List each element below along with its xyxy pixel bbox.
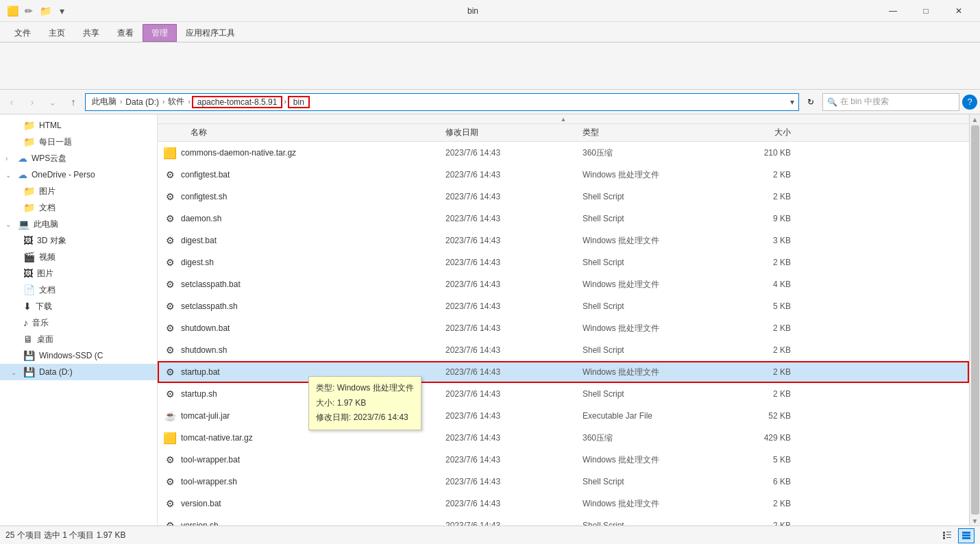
status-text: 25 个项目 选中 1 个项目 1.97 KB	[5, 530, 125, 541]
addr-thispc[interactable]: 此电脑	[90, 95, 119, 108]
right-scrollbar[interactable]: ▲ ▼	[969, 114, 980, 526]
sidebar-item-music[interactable]: ♪ 音乐	[0, 314, 157, 331]
table-row[interactable]: ⚙ tool-wrapper.sh 2023/7/6 14:43 Shell S…	[158, 471, 969, 493]
scroll-up-btn[interactable]: ▲	[970, 114, 980, 124]
sidebar-item-3dobj[interactable]: 🖼 3D 对象	[0, 232, 157, 249]
list-view-btn[interactable]	[958, 528, 975, 543]
help-button[interactable]: ?	[962, 95, 977, 110]
file-tooltip: 类型: Windows 批处理文件 大小: 1.97 KB 修改日期: 2023…	[308, 376, 421, 430]
table-row-startup-bat[interactable]: ⚙ startup.bat 2023/7/6 14:43 Windows 批处理…	[158, 361, 969, 383]
address-box[interactable]: 此电脑 › Data (D:) › 软件 › apache-tomcat-8.5…	[85, 93, 799, 111]
sidebar-item-winc[interactable]: 💾 Windows-SSD (C	[0, 347, 157, 364]
scroll-thumb[interactable]	[971, 125, 979, 515]
col-header-date[interactable]: 修改日期	[445, 127, 583, 138]
table-row[interactable]: ⚙ shutdown.sh 2023/7/6 14:43 Shell Scrip…	[158, 339, 969, 361]
drive-c-icon: 💾	[23, 350, 35, 361]
table-row[interactable]: 🟨 tomcat-native.tar.gz 2023/7/6 14:43 36…	[158, 427, 969, 449]
sidebar-item-thispc[interactable]: ⌄ 💻 此电脑	[0, 216, 157, 232]
sidebar-item-pictures-od[interactable]: 📁 图片	[0, 183, 157, 199]
search-placeholder: 在 bin 中搜索	[840, 96, 889, 108]
back-button[interactable]: ‹	[3, 93, 21, 111]
title-bar: 🟨 ✏ 📁 ▾ bin — □ ✕	[0, 0, 980, 22]
table-row[interactable]: ⚙ setclasspath.sh 2023/7/6 14:43 Shell S…	[158, 295, 969, 317]
minimize-button[interactable]: —	[877, 0, 909, 22]
sidebar-item-wps[interactable]: › ☁ WPS云盘	[0, 150, 157, 166]
svg-rect-4	[943, 537, 945, 539]
refresh-button[interactable]: ↻	[802, 93, 820, 111]
svg-rect-0	[943, 532, 945, 534]
sh-icon: ⚙	[163, 519, 177, 526]
table-row[interactable]: ⚙ digest.sh 2023/7/6 14:43 Shell Script …	[158, 251, 969, 273]
sidebar-label: Data (D:)	[39, 367, 73, 377]
pictures-icon: 🖼	[23, 268, 33, 279]
scroll-down-btn[interactable]: ▼	[970, 516, 980, 526]
file-name: ⚙ setclasspath.bat	[158, 277, 445, 291]
address-dropdown-icon[interactable]: ▾	[790, 97, 794, 107]
sh-icon: ⚙	[163, 190, 177, 203]
col-header-type[interactable]: 类型	[583, 127, 733, 138]
svg-rect-5	[946, 537, 951, 538]
sidebar-item-video[interactable]: 🎬 视频	[0, 249, 157, 265]
table-row[interactable]: ☕ tomcat-juli.jar 2023/7/6 14:43 Executa…	[158, 405, 969, 427]
tab-app-tools[interactable]: 应用程序工具	[177, 24, 244, 42]
file-list: 🟨 commons-daemon-native.tar.gz 2023/7/6 …	[158, 142, 969, 526]
tab-share[interactable]: 共享	[74, 24, 108, 42]
table-row[interactable]: ⚙ version.bat 2023/7/6 14:43 Windows 批处理…	[158, 493, 969, 515]
up-chevron-button[interactable]: ⌄	[44, 93, 62, 111]
sh-icon: ⚙	[163, 343, 177, 357]
table-row[interactable]: ⚙ configtest.bat 2023/7/6 14:43 Windows …	[158, 164, 969, 186]
up-button[interactable]: ↑	[64, 93, 82, 111]
tab-file[interactable]: 文件	[5, 24, 40, 42]
addr-software[interactable]: 软件	[166, 95, 186, 108]
table-row[interactable]: ⚙ tool-wrapper.bat 2023/7/6 14:43 Window…	[158, 449, 969, 471]
forward-button[interactable]: ›	[23, 93, 41, 111]
tab-view[interactable]: 查看	[108, 24, 143, 42]
sidebar: 📁 HTML 📁 每日一题 › ☁ WPS云盘 ⌄ ☁ OneDrive - P…	[0, 114, 158, 526]
sh-icon: ⚙	[163, 212, 177, 225]
table-row[interactable]: ⚙ daemon.sh 2023/7/6 14:43 Shell Script …	[158, 208, 969, 230]
table-row[interactable]: ⚙ startup.sh 2023/7/6 14:43 Shell Script…	[158, 383, 969, 405]
tab-manage[interactable]: 管理	[143, 24, 177, 42]
sidebar-item-pictures[interactable]: 🖼 图片	[0, 265, 157, 282]
addr-datad[interactable]: Data (D:)	[123, 97, 161, 108]
sidebar-item-daily[interactable]: 📁 每日一题	[0, 134, 157, 150]
sidebar-item-downloads[interactable]: ⬇ 下载	[0, 298, 157, 314]
breadcrumb: 此电脑 › Data (D:) › 软件 › apache-tomcat-8.5…	[90, 95, 310, 108]
title-bar-icons: 🟨 ✏ 📁 ▾	[5, 4, 69, 18]
file-name: 🟨 commons-daemon-native.tar.gz	[158, 146, 445, 160]
sidebar-item-desktop[interactable]: 🖥 桌面	[0, 331, 157, 347]
table-row[interactable]: ⚙ setclasspath.bat 2023/7/6 14:43 Window…	[158, 273, 969, 295]
sidebar-item-onedrive[interactable]: ⌄ ☁ OneDrive - Perso	[0, 166, 157, 183]
folder-icon: 📁	[23, 120, 35, 131]
table-row[interactable]: ⚙ digest.bat 2023/7/6 14:43 Windows 批处理文…	[158, 230, 969, 251]
scroll-up-indicator[interactable]: ▲	[158, 114, 969, 124]
tab-home[interactable]: 主页	[40, 24, 74, 42]
table-row[interactable]: ⚙ configtest.sh 2023/7/6 14:43 Shell Scr…	[158, 186, 969, 208]
col-header-size[interactable]: 大小	[733, 127, 802, 138]
status-bar: 25 个项目 选中 1 个项目 1.97 KB	[0, 526, 980, 544]
onedrive-icon: ☁	[18, 169, 27, 180]
detail-view-btn[interactable]	[939, 528, 955, 543]
file-list-header: 名称 修改日期 类型 大小	[158, 124, 969, 142]
search-box[interactable]: 🔍 在 bin 中搜索	[822, 93, 959, 111]
tooltip-line3: 修改日期: 2023/7/6 14:43	[316, 410, 414, 425]
addr-bin[interactable]: bin	[288, 96, 310, 108]
addr-tomcat[interactable]: apache-tomcat-8.5.91	[192, 96, 283, 108]
col-header-name[interactable]: 名称	[158, 127, 445, 138]
view-controls	[939, 528, 975, 543]
sidebar-item-html[interactable]: 📁 HTML	[0, 117, 157, 134]
sidebar-item-docs-od[interactable]: 📁 文档	[0, 199, 157, 216]
title-dropdown[interactable]: ▾	[55, 4, 69, 18]
sidebar-item-documents[interactable]: 📄 文档	[0, 282, 157, 298]
table-row[interactable]: 🟨 commons-daemon-native.tar.gz 2023/7/6 …	[158, 142, 969, 164]
desktop-icon: 🖥	[23, 334, 33, 345]
file-name: ⚙ digest.sh	[158, 256, 445, 269]
close-button[interactable]: ✕	[943, 0, 975, 22]
table-row[interactable]: ⚙ shutdown.bat 2023/7/6 14:43 Windows 批处…	[158, 317, 969, 339]
sidebar-label: 文档	[39, 202, 56, 214]
table-row[interactable]: ⚙ version.sh 2023/7/6 14:43 Shell Script…	[158, 515, 969, 526]
sidebar-item-datad[interactable]: ⌄ 💾 Data (D:)	[0, 364, 157, 380]
bat-icon: ⚙	[163, 277, 177, 291]
maximize-button[interactable]: □	[910, 0, 942, 22]
svg-rect-6	[962, 532, 970, 534]
